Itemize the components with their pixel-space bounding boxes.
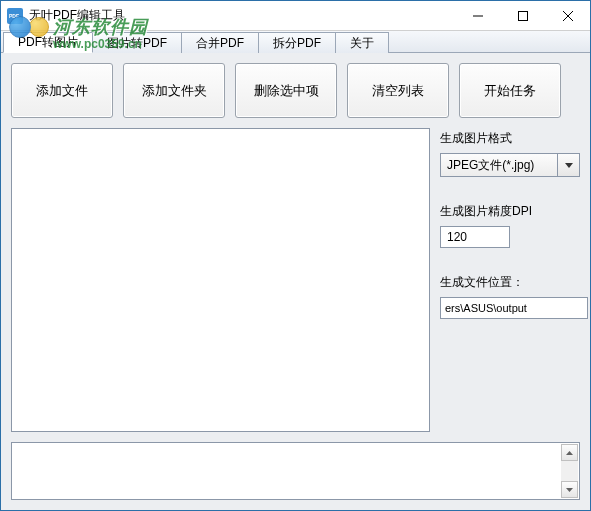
scroll-down-button[interactable]	[561, 481, 578, 498]
toolbar: 添加文件 添加文件夹 删除选中项 清空列表 开始任务	[11, 63, 580, 118]
app-window: 河东软件园 www.pc0359.cn 无叶PDF编辑工具 PDF转图片 图片转…	[0, 0, 591, 511]
tab-pdf-to-image[interactable]: PDF转图片	[3, 32, 93, 53]
chevron-up-icon	[566, 451, 573, 455]
output-path-input[interactable]	[440, 297, 588, 319]
window-controls	[455, 1, 590, 30]
tab-label: 拆分PDF	[273, 35, 321, 52]
tabbar: PDF转图片 图片转PDF 合并PDF 拆分PDF 关于	[1, 31, 590, 53]
main-row: 生成图片格式 JPEG文件(*.jpg) 生成图片精度DPI 生成文	[11, 128, 580, 432]
output-group: 生成文件位置： ...	[440, 274, 580, 319]
tab-image-to-pdf[interactable]: 图片转PDF	[92, 32, 182, 53]
dpi-label: 生成图片精度DPI	[440, 203, 580, 220]
output-label: 生成文件位置：	[440, 274, 580, 291]
log-area[interactable]	[11, 442, 580, 500]
format-select[interactable]: JPEG文件(*.jpg)	[440, 153, 580, 177]
minimize-button[interactable]	[455, 1, 500, 30]
dropdown-button[interactable]	[558, 153, 580, 177]
file-listbox[interactable]	[11, 128, 430, 432]
close-button[interactable]	[545, 1, 590, 30]
content-area: 添加文件 添加文件夹 删除选中项 清空列表 开始任务 生成图片格式 JPEG文件…	[1, 53, 590, 510]
format-value: JPEG文件(*.jpg)	[440, 153, 558, 177]
window-title: 无叶PDF编辑工具	[29, 7, 455, 24]
dpi-input[interactable]	[440, 226, 510, 248]
tab-label: 图片转PDF	[107, 35, 167, 52]
format-label: 生成图片格式	[440, 130, 580, 147]
tab-label: PDF转图片	[18, 34, 78, 51]
svg-rect-1	[518, 11, 527, 20]
tab-about[interactable]: 关于	[335, 32, 389, 53]
chevron-down-icon	[565, 163, 573, 168]
start-task-button[interactable]: 开始任务	[459, 63, 561, 118]
delete-selected-button[interactable]: 删除选中项	[235, 63, 337, 118]
tab-label: 合并PDF	[196, 35, 244, 52]
add-file-button[interactable]: 添加文件	[11, 63, 113, 118]
tab-merge-pdf[interactable]: 合并PDF	[181, 32, 259, 53]
svg-marker-4	[565, 163, 573, 168]
add-folder-button[interactable]: 添加文件夹	[123, 63, 225, 118]
clear-list-button[interactable]: 清空列表	[347, 63, 449, 118]
tab-label: 关于	[350, 35, 374, 52]
titlebar: 无叶PDF编辑工具	[1, 1, 590, 31]
format-group: 生成图片格式 JPEG文件(*.jpg)	[440, 130, 580, 177]
side-panel: 生成图片格式 JPEG文件(*.jpg) 生成图片精度DPI 生成文	[440, 128, 580, 432]
dpi-group: 生成图片精度DPI	[440, 203, 580, 248]
tab-split-pdf[interactable]: 拆分PDF	[258, 32, 336, 53]
scroll-up-button[interactable]	[561, 444, 578, 461]
app-icon	[7, 8, 23, 24]
svg-marker-6	[566, 488, 573, 492]
maximize-button[interactable]	[500, 1, 545, 30]
svg-marker-5	[566, 451, 573, 455]
chevron-down-icon	[566, 488, 573, 492]
scrollbar[interactable]	[561, 444, 578, 498]
